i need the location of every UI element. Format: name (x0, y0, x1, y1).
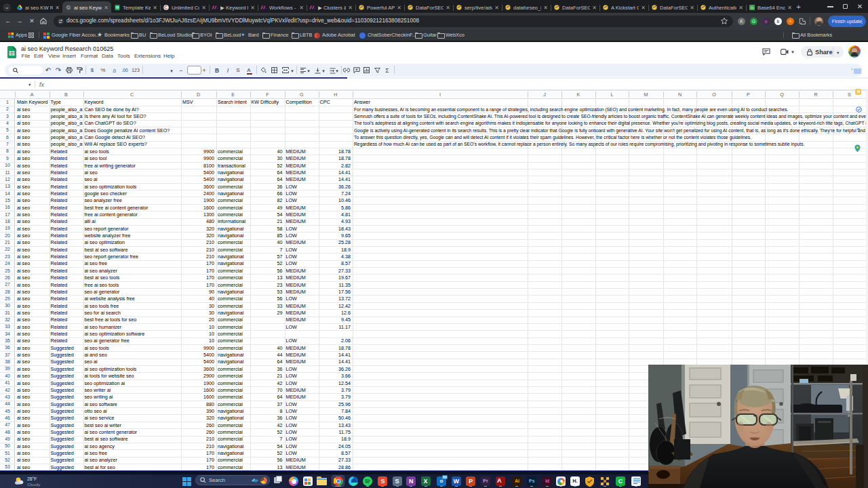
svg-text:64: 64 (751, 7, 753, 9)
